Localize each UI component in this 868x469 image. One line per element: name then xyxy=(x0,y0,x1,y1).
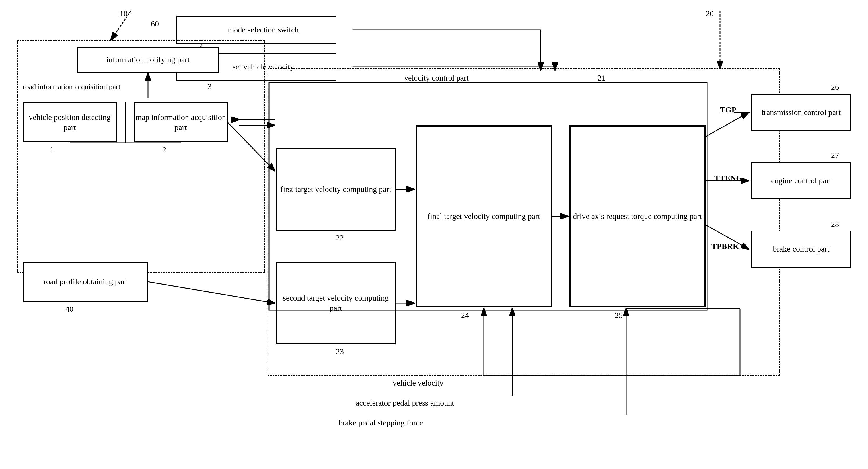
velocity-control-label: velocity control part xyxy=(404,73,469,83)
ref27-label: 27 xyxy=(831,151,839,160)
ref60-label: 60 xyxy=(151,19,159,28)
ref28-label: 28 xyxy=(831,220,839,229)
brake-pedal-label: brake pedal stepping force xyxy=(339,418,423,428)
tteng-label: TTENG xyxy=(714,174,742,183)
ref10-label: 10 xyxy=(120,9,127,18)
second-target-box: second target velocity computing part xyxy=(276,262,396,344)
brake-box: brake control part xyxy=(751,230,851,268)
tgp-label: TGP xyxy=(720,105,737,115)
system10-dashed-box xyxy=(17,40,265,273)
engine-label: engine control part xyxy=(771,176,831,186)
ref24-label: 24 xyxy=(461,311,469,320)
ref3-label: 3 xyxy=(208,82,212,91)
mode-selection-label: mode selection switch xyxy=(228,25,299,34)
accelerator-label: accelerator pedal press amount xyxy=(356,399,454,408)
road-profile-box: road profile obtaining part xyxy=(23,262,148,302)
info-notifying-box: information notifying part xyxy=(77,47,219,72)
vehicle-velocity-label: vehicle velocity xyxy=(393,378,443,387)
ref25-label: 25 xyxy=(615,311,623,320)
brake-label: brake control part xyxy=(773,244,829,254)
final-target-label: final target velocity computing part xyxy=(428,211,540,221)
ref23-label: 23 xyxy=(336,347,344,356)
transmission-box: transmission control part xyxy=(751,94,851,131)
vehicle-position-label: vehicle position detecting part xyxy=(24,112,116,133)
first-target-label: first target velocity computing part xyxy=(280,184,391,194)
road-profile-label: road profile obtaining part xyxy=(43,277,127,287)
first-target-box: first target velocity computing part xyxy=(276,148,396,230)
ref1-label: 1 xyxy=(50,145,54,154)
final-target-box: final target velocity computing part xyxy=(415,125,552,307)
drive-axis-label: drive axis request torque computing part xyxy=(573,211,702,221)
ref40-label: 40 xyxy=(65,305,73,314)
tpbrk-label: TPBRK xyxy=(711,242,739,251)
map-info-label: map information acquisition part xyxy=(134,112,227,133)
transmission-label: transmission control part xyxy=(762,107,841,118)
svg-line-14 xyxy=(148,282,275,303)
road-info-acq-label: road information acquisition part xyxy=(23,83,120,91)
ref21-label: 21 xyxy=(598,73,606,83)
second-target-label: second target velocity computing part xyxy=(277,293,395,314)
info-notifying-label: information notifying part xyxy=(106,55,189,65)
ref22-label: 22 xyxy=(336,233,344,243)
map-info-box: map information acquisition part xyxy=(134,102,228,142)
vehicle-position-box: vehicle position detecting part xyxy=(23,102,117,142)
engine-box: engine control part xyxy=(751,162,851,199)
ref20-label: 20 xyxy=(706,9,714,18)
ref26-label: 26 xyxy=(831,83,839,92)
drive-axis-box: drive axis request torque computing part xyxy=(569,125,706,307)
ref2-label: 2 xyxy=(162,145,166,154)
